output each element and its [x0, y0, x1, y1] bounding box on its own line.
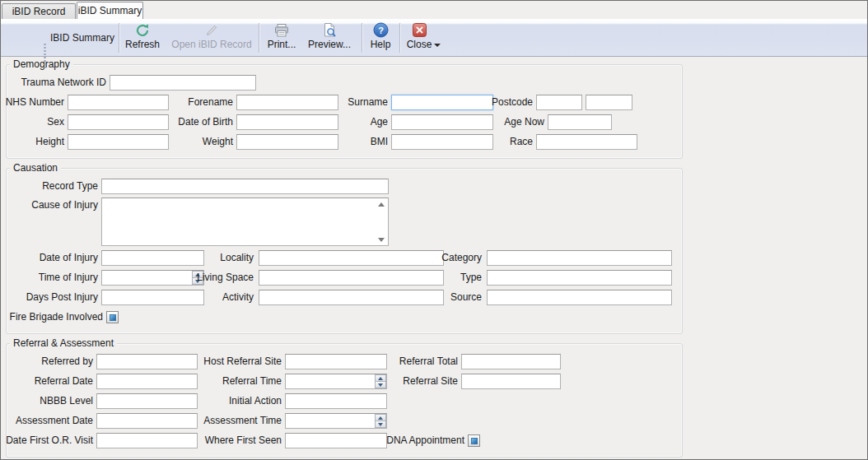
bmi-label: BMI	[371, 134, 388, 150]
sex-label: Sex	[47, 114, 64, 130]
referred-by-label: Referred by	[41, 354, 93, 369]
bmi-input[interactable]	[391, 134, 493, 150]
toolbar-separator	[259, 23, 259, 53]
assessment-time-spinner[interactable]	[375, 414, 386, 428]
locality-input[interactable]	[259, 250, 444, 266]
date-first-or-visit-input[interactable]	[96, 433, 198, 448]
initial-action-input[interactable]	[285, 393, 387, 409]
time-of-injury-input[interactable]	[101, 270, 204, 286]
fire-brigade-involved-checkbox[interactable]	[106, 311, 119, 323]
postcode-outward-input[interactable]	[536, 95, 582, 110]
living-space-input[interactable]	[259, 270, 444, 286]
scroll-up-icon[interactable]	[377, 201, 385, 208]
race-label: Race	[510, 134, 533, 150]
record-type-label: Record Type	[42, 179, 98, 194]
nbbb-level-input[interactable]	[96, 393, 198, 409]
nhs-number-input[interactable]	[68, 95, 169, 110]
cause-of-injury-label: Cause of Injury	[31, 197, 98, 213]
tab-ibid-record-type[interactable]: iBID Record Type	[2, 3, 76, 19]
spin-down-button[interactable]	[375, 382, 386, 388]
date-of-injury-label: Date of Injury	[40, 250, 98, 266]
trauma-network-id-input[interactable]	[110, 75, 256, 91]
toolbar-overflow-icon[interactable]	[434, 44, 441, 47]
assessment-time-input[interactable]	[285, 413, 387, 429]
refresh-button[interactable]: Refresh	[121, 22, 164, 55]
type-input[interactable]	[487, 270, 672, 286]
where-first-seen-label: Where First Seen	[205, 433, 282, 448]
toolbar-grip-handle[interactable]	[44, 43, 46, 69]
forename-label: Forename	[188, 95, 233, 110]
referral-time-input[interactable]	[285, 374, 387, 389]
living-space-label: Living Space	[197, 270, 254, 286]
sex-input[interactable]	[68, 114, 169, 130]
help-button[interactable]: ? Help	[364, 22, 397, 55]
referral-total-label: Referral Total	[399, 354, 458, 369]
surname-input[interactable]	[391, 95, 493, 110]
pencil-icon	[204, 22, 219, 38]
height-label: Height	[35, 134, 64, 150]
where-first-seen-input[interactable]	[285, 433, 387, 448]
referral-date-input[interactable]	[96, 374, 198, 389]
toolbar: IBID Summary Refresh Open iBID Record	[1, 19, 867, 57]
print-button[interactable]: Print...	[262, 22, 301, 55]
host-referral-site-label: Host Referral Site	[203, 354, 282, 369]
postcode-inward-input[interactable]	[586, 95, 632, 110]
referral-date-label: Referral Date	[35, 374, 93, 389]
referral-site-input[interactable]	[461, 374, 561, 389]
date-of-injury-input[interactable]	[101, 250, 204, 266]
referral-total-input[interactable]	[461, 354, 561, 369]
referral-assessment-title: Referral & Assessment	[10, 337, 117, 350]
category-input[interactable]	[487, 250, 672, 266]
preview-button[interactable]: Preview...	[303, 22, 356, 55]
open-ibid-record-label: Open iBID Record	[171, 39, 251, 50]
help-icon: ?	[373, 22, 389, 38]
dna-appointment-checkbox[interactable]	[468, 434, 480, 447]
spin-down-button[interactable]	[375, 421, 386, 428]
category-label: Category	[441, 250, 482, 266]
printer-icon	[273, 22, 290, 38]
spin-up-button[interactable]	[375, 374, 386, 382]
age-label: Age	[371, 114, 388, 130]
preview-button-label: Preview...	[308, 39, 351, 50]
age-input[interactable]	[391, 114, 493, 130]
date-of-birth-input[interactable]	[236, 114, 338, 130]
assessment-date-label: Assessment Date	[16, 413, 93, 429]
checkbox-fill	[471, 438, 478, 444]
toolbar-separator	[119, 23, 119, 53]
referral-site-label: Referral Site	[403, 374, 458, 389]
toolbar-separator	[362, 23, 362, 53]
days-post-injury-label: Days Post Injury	[26, 290, 98, 305]
days-post-injury-input[interactable]	[101, 290, 204, 305]
source-input[interactable]	[487, 290, 672, 305]
record-type-input[interactable]	[101, 179, 389, 194]
assessment-date-input[interactable]	[96, 413, 198, 429]
type-label: Type	[460, 270, 482, 286]
source-label: Source	[450, 290, 482, 305]
host-referral-site-input[interactable]	[285, 354, 387, 369]
forename-input[interactable]	[236, 95, 338, 110]
tab-ibid-summary[interactable]: iBID Summary	[77, 2, 143, 19]
refresh-icon	[135, 22, 150, 38]
weight-input[interactable]	[236, 134, 338, 150]
race-input[interactable]	[536, 134, 637, 150]
referred-by-input[interactable]	[96, 354, 198, 369]
open-ibid-record-button[interactable]: Open iBID Record	[167, 22, 256, 55]
locality-label: Locality	[220, 250, 254, 266]
close-button[interactable]: Close	[402, 22, 436, 55]
toolbar-separator	[399, 23, 400, 53]
time-of-injury-label: Time of Injury	[39, 270, 98, 286]
weight-label: Weight	[203, 134, 233, 150]
spin-up-button[interactable]	[375, 414, 386, 421]
activity-input[interactable]	[259, 290, 444, 305]
nbbb-level-label: NBBB Level	[40, 393, 93, 409]
height-input[interactable]	[68, 134, 169, 150]
age-now-input[interactable]	[548, 114, 612, 130]
referral-time-spinner[interactable]	[375, 374, 386, 388]
help-button-label: Help	[371, 39, 391, 50]
age-now-label: Age Now	[504, 114, 544, 130]
trauma-network-id-label: Trauma Network ID	[21, 75, 106, 91]
checkbox-fill	[110, 314, 116, 321]
scroll-down-icon[interactable]	[377, 236, 385, 244]
cause-of-injury-textarea[interactable]	[101, 197, 389, 246]
assessment-time-label: Assessment Time	[203, 413, 282, 429]
